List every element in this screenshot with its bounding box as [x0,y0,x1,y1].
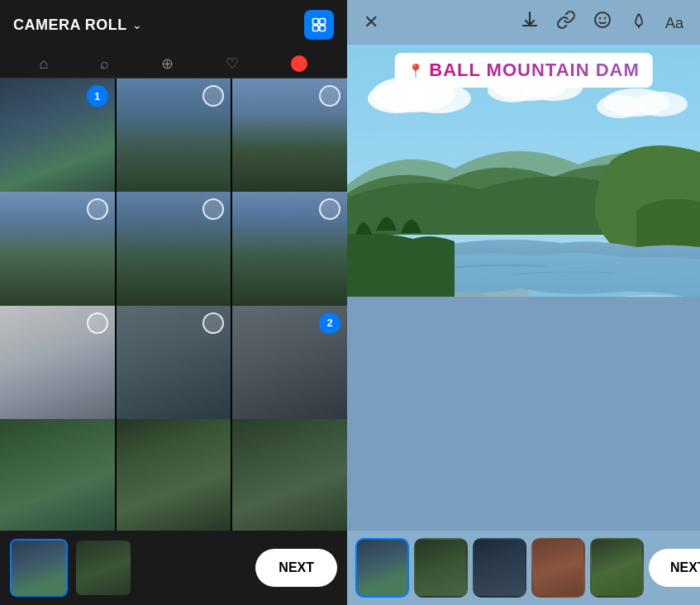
location-pin-icon: 📍 [407,63,424,79]
camera-roll-header: CAMERA ROLL ⌄ [0,0,347,50]
svg-rect-1 [320,19,326,25]
main-photo [347,45,700,359]
close-icon[interactable]: ✕ [364,12,379,33]
photo-cell[interactable] [117,192,231,307]
emoji-icon[interactable] [593,10,612,35]
photo-cell[interactable] [232,192,347,307]
multi-select-button[interactable] [304,10,334,40]
next-button[interactable]: NEXT [649,549,700,587]
camera-roll-title: CAMERA ROLL [13,17,127,34]
photo-cell[interactable] [232,419,347,531]
selection-badge: 1 [87,85,108,107]
selection-circle [202,312,224,334]
photo-grid: 1 2 [0,79,347,531]
strip-thumbnail[interactable] [74,539,132,597]
strip-thumbnail[interactable] [355,538,409,598]
strip-thumbnail[interactable] [414,538,468,598]
right-panel: ✕ [347,0,700,605]
strip-thumbnail[interactable] [531,538,585,598]
svg-point-6 [604,17,606,19]
svg-rect-17 [347,297,700,359]
photo-cell[interactable] [0,306,115,421]
location-text: BALL MOUNTAIN DAM [429,60,640,81]
photo-cell[interactable] [0,419,115,531]
text-icon[interactable]: Aa [665,13,683,32]
photo-cell[interactable] [0,192,115,307]
header-left[interactable]: CAMERA ROLL ⌄ [13,17,142,34]
save-icon[interactable] [520,10,540,35]
home-icon[interactable]: ⌂ [40,55,49,73]
selection-badge: 2 [319,312,340,334]
story-area: 📍 BALL MOUNTAIN DAM [347,45,700,531]
strip-thumbnail[interactable] [590,538,644,598]
svg-point-5 [599,17,601,19]
photo-cell[interactable] [117,306,231,421]
photo-cell[interactable] [232,79,347,193]
left-panel: CAMERA ROLL ⌄ ⌂ ⌕ ⊕ ♡ 1 [0,0,347,605]
chevron-down-icon[interactable]: ⌄ [132,18,142,31]
photo-cell[interactable]: 1 [0,79,115,193]
profile-icon[interactable] [291,55,307,72]
bottom-strip: NEXT [0,531,347,605]
photo-cell[interactable] [117,79,231,193]
next-button[interactable]: NEXT [255,549,337,587]
photo-cell[interactable] [117,419,231,531]
photo-bottom-area [347,359,700,531]
selection-circle [319,85,340,107]
multi-select-icon [311,17,327,33]
add-icon[interactable]: ⊕ [161,55,174,73]
photo-cell[interactable]: 2 [232,306,347,421]
selection-circle [202,85,224,107]
draw-icon[interactable] [629,10,649,35]
svg-rect-3 [320,26,326,31]
heart-icon[interactable]: ♡ [226,55,239,73]
svg-point-16 [635,92,688,117]
nav-bar: ⌂ ⌕ ⊕ ♡ [0,50,347,79]
selection-circle [87,198,108,220]
link-icon[interactable] [556,10,576,35]
bottom-strip: NEXT [347,531,700,605]
selection-circle [319,198,340,220]
selection-circle [202,198,224,220]
top-toolbar: ✕ [347,0,700,45]
strip-thumbnail[interactable] [10,539,68,597]
selection-circle [87,312,108,334]
svg-point-4 [595,12,610,27]
svg-rect-2 [313,26,319,31]
svg-point-10 [405,83,471,113]
strip-thumbnail[interactable] [473,538,526,598]
location-tag[interactable]: 📍 BALL MOUNTAIN DAM [394,53,653,88]
svg-rect-0 [313,19,319,25]
search-icon[interactable]: ⌕ [100,55,109,73]
